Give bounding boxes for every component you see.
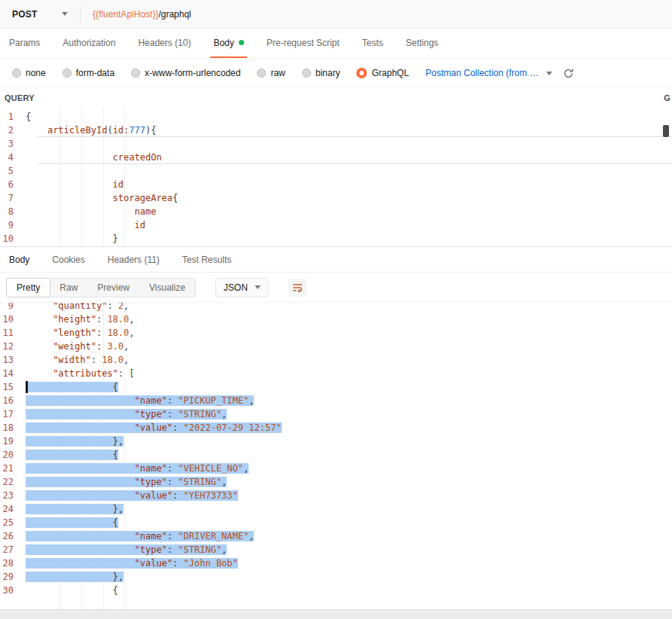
code-line-14[interactable]: 14 "attributes": [ — [0, 367, 672, 380]
view-mode-raw[interactable]: Raw — [50, 278, 87, 297]
code-line-12[interactable]: 12 "weight": 3.0, — [0, 340, 672, 353]
view-mode-pretty[interactable]: Pretty — [6, 278, 50, 297]
code-line-11[interactable]: 11 "length": 18.0, — [0, 326, 672, 340]
chevron-down-icon[interactable] — [546, 72, 552, 75]
code-text: { — [26, 516, 118, 529]
body-mode-row: noneform-datax-www-form-urlencodedrawbin… — [0, 59, 672, 87]
code-line-4[interactable]: 4 createdOn — [0, 151, 672, 164]
body-mode-none[interactable]: none — [12, 68, 46, 78]
body-mode-list: noneform-datax-www-form-urlencodedrawbin… — [12, 68, 426, 78]
line-number: 22 — [0, 475, 26, 489]
code-line-20[interactable]: 20 { — [0, 448, 672, 462]
code-line-6[interactable]: 6 id — [0, 178, 672, 191]
refresh-schema-button[interactable] — [563, 68, 574, 79]
line-number: 29 — [0, 570, 26, 584]
code-text: "name": "PICKUP_TIME", — [26, 394, 254, 407]
selection-highlight: "type": "STRING", — [26, 477, 227, 487]
body-mode-form-data[interactable]: form-data — [63, 68, 115, 78]
code-line-25[interactable]: 25 { — [0, 516, 672, 529]
horizontal-scrollbar-track[interactable] — [0, 609, 672, 619]
code-line-3[interactable]: 3 — [0, 137, 672, 151]
code-line-26[interactable]: 26 "name": "DRIVER_NAME", — [0, 529, 672, 543]
code-line-28[interactable]: 28 "value": "John Bob" — [0, 556, 672, 570]
line-number: 21 — [0, 462, 26, 475]
response-format-label: JSON — [224, 282, 248, 293]
code-text: id — [26, 218, 145, 232]
tab-body[interactable]: Body — [210, 29, 246, 58]
code-line-2[interactable]: 2 articleById(id:777){ — [0, 123, 672, 137]
code-line-22[interactable]: 22 "type": "STRING", — [0, 475, 672, 489]
code-line-23[interactable]: 23 "value": "YEH73733" — [0, 489, 672, 502]
method-selector[interactable]: POST — [0, 0, 80, 28]
line-number: 30 — [0, 584, 26, 597]
scrollbar-thumb[interactable] — [663, 125, 669, 137]
url-variable: {{fluentApiHost}} — [93, 9, 158, 20]
body-mode-x-www-form-urlencoded[interactable]: x-www-form-urlencoded — [131, 68, 240, 78]
divider — [80, 6, 81, 23]
body-content-dot — [239, 40, 244, 45]
code-line-1[interactable]: 1{ — [0, 110, 672, 123]
body-mode-graphql[interactable]: GraphQL — [356, 68, 408, 78]
code-line-5[interactable]: 5 — [0, 164, 672, 178]
graphql-query-editor[interactable]: 1{2 articleById(id:777){34 createdOn56 i… — [0, 107, 672, 247]
tab-tests[interactable]: Tests — [359, 29, 386, 58]
tab-label: Body — [213, 38, 234, 48]
tab-params[interactable]: Params — [6, 29, 43, 58]
view-mode-visualize[interactable]: Visualize — [139, 278, 195, 297]
line-number: 6 — [0, 178, 26, 191]
code-text: "value": "YEH73733" — [26, 489, 238, 502]
tab-settings[interactable]: Settings — [403, 29, 441, 58]
response-tab-test-results[interactable]: Test Results — [179, 247, 234, 272]
response-view-toolbar: PrettyRawPreviewVisualize JSON — [0, 273, 672, 303]
code-line-27[interactable]: 27 "type": "STRING", — [0, 543, 672, 556]
code-line-8[interactable]: 8 name — [0, 205, 672, 218]
code-line-16[interactable]: 16 "name": "PICKUP_TIME", — [0, 394, 672, 407]
wrap-lines-button[interactable] — [289, 279, 307, 297]
query-code-lines: 1{2 articleById(id:777){34 createdOn56 i… — [0, 110, 672, 245]
body-mode-raw[interactable]: raw — [257, 68, 285, 78]
code-line-17[interactable]: 17 "type": "STRING", — [0, 407, 672, 421]
line-number: 1 — [0, 110, 26, 123]
response-tab-body[interactable]: Body — [6, 247, 32, 272]
code-line-15[interactable]: 15 { — [0, 380, 672, 394]
code-line-19[interactable]: 19 }, — [0, 435, 672, 448]
code-line-9[interactable]: 9 id — [0, 218, 672, 232]
tab-headers-10[interactable]: Headers (10) — [135, 29, 194, 58]
response-body-editor[interactable]: 9 "quantity": 2,10 "height": 18.0,11 "le… — [0, 303, 672, 609]
code-text: { — [26, 110, 31, 123]
schema-dropdown-link[interactable]: Postman Collection (from … — [426, 68, 539, 78]
code-line-7[interactable]: 7 storageArea{ — [0, 191, 672, 205]
code-text: { — [26, 448, 118, 462]
code-line-10[interactable]: 10 } — [0, 232, 672, 245]
code-line-18[interactable]: 18 "value": "2022-07-29 12:57" — [0, 421, 672, 435]
url-input[interactable]: {{fluentApiHost}}/graphql — [93, 9, 191, 20]
line-number: 16 — [0, 394, 26, 407]
tab-authorization[interactable]: Authorization — [60, 29, 118, 58]
line-number: 5 — [0, 164, 26, 178]
code-line-13[interactable]: 13 "width": 18.0, — [0, 353, 672, 367]
code-text: "type": "STRING", — [26, 407, 227, 421]
selection-highlight: "value": "YEH73733" — [26, 490, 238, 501]
line-number: 13 — [0, 353, 26, 367]
response-format-dropdown[interactable]: JSON — [215, 278, 269, 297]
code-text: "weight": 3.0, — [26, 340, 129, 353]
body-mode-binary[interactable]: binary — [302, 68, 341, 78]
text-cursor — [26, 381, 28, 393]
code-line-21[interactable]: 21 "name": "VEHICLE_NO", — [0, 462, 672, 475]
response-tab-headers-11[interactable]: Headers (11) — [105, 247, 163, 272]
code-text: { — [26, 380, 118, 394]
code-line-24[interactable]: 24 }, — [0, 502, 672, 516]
selection-highlight: }, — [26, 504, 124, 514]
code-text: "width": 18.0, — [26, 353, 129, 367]
code-line-9[interactable]: 9 "quantity": 2, — [0, 303, 672, 313]
tab-pre-request-script[interactable]: Pre-request Script — [264, 29, 343, 58]
line-number: 7 — [0, 191, 26, 205]
code-line-30[interactable]: 30 { — [0, 584, 672, 597]
view-mode-preview[interactable]: Preview — [87, 278, 139, 297]
code-text: createdOn — [26, 151, 162, 164]
code-line-10[interactable]: 10 "height": 18.0, — [0, 313, 672, 326]
tab-label: Cookies — [52, 255, 84, 265]
response-tab-cookies[interactable]: Cookies — [49, 247, 87, 272]
line-number: 2 — [0, 123, 26, 137]
code-line-29[interactable]: 29 }, — [0, 570, 672, 584]
